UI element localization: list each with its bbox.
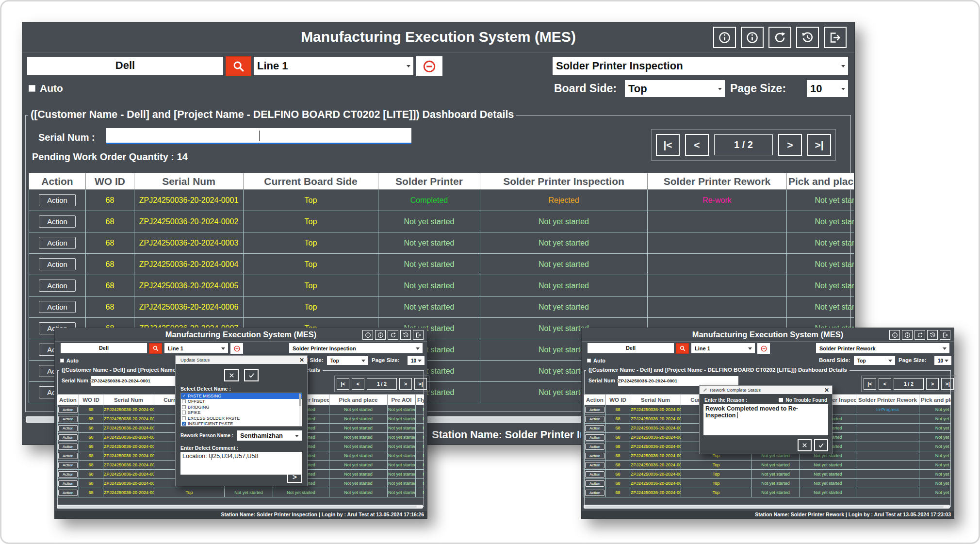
station-select[interactable]: Solder Printer Rework <box>816 343 949 353</box>
search-button[interactable] <box>149 343 162 354</box>
logout-icon[interactable] <box>413 330 424 340</box>
row-action-button[interactable]: Action <box>39 258 76 270</box>
defect-option[interactable]: OFFSET <box>181 399 302 405</box>
checkbox-icon[interactable] <box>182 405 186 409</box>
vertical-scrollbar[interactable] <box>299 394 301 426</box>
cancel-button[interactable] <box>224 369 239 381</box>
first-page-button[interactable]: |< <box>864 378 876 390</box>
row-action-button[interactable]: Action <box>58 425 78 431</box>
row-action-button[interactable]: Action <box>585 416 604 422</box>
row-action-button[interactable]: Action <box>585 425 604 431</box>
row-action-button[interactable]: Action <box>39 280 76 292</box>
scrollbar-thumb[interactable] <box>585 506 944 508</box>
checkbox-icon[interactable] <box>182 399 186 403</box>
first-page-button[interactable]: |< <box>656 134 680 156</box>
reason-textarea[interactable]: Rewok Completed moved to Re-Inspection <box>703 404 828 435</box>
defect-option[interactable]: INSUFFICIENT PASTE <box>181 421 302 427</box>
last-page-button[interactable]: >| <box>941 378 954 390</box>
search-button[interactable] <box>676 343 689 354</box>
line-select[interactable]: Line 1 <box>691 343 755 353</box>
line-select[interactable]: Line 1 <box>254 57 413 75</box>
confirm-button[interactable] <box>814 439 828 451</box>
prev-page-button[interactable]: < <box>352 378 364 390</box>
row-action-button[interactable]: Action <box>585 434 604 441</box>
next-page-button[interactable]: > <box>399 378 412 390</box>
refresh-icon[interactable] <box>768 27 791 48</box>
info-icon[interactable] <box>713 27 736 48</box>
auto-checkbox[interactable] <box>29 85 35 92</box>
row-action-button[interactable]: Action <box>585 453 604 459</box>
remove-button[interactable] <box>757 343 770 354</box>
info-icon[interactable] <box>741 27 764 48</box>
next-page-button[interactable]: > <box>778 134 802 156</box>
refresh-icon[interactable] <box>915 330 925 340</box>
logout-icon[interactable] <box>940 330 950 340</box>
row-action-button[interactable]: Action <box>58 462 78 468</box>
customer-input[interactable]: Dell <box>61 343 147 353</box>
row-action-button[interactable]: Action <box>39 237 76 249</box>
serial-num-input[interactable]: ZPJ24250036-20-2024-0001 <box>618 376 738 386</box>
info-icon[interactable] <box>889 330 900 340</box>
row-action-button[interactable]: Action <box>585 480 604 487</box>
defect-option[interactable]: PASTE MISSING <box>181 393 302 399</box>
close-icon[interactable]: ✕ <box>299 357 304 363</box>
prev-page-button[interactable]: < <box>879 378 891 390</box>
defect-option[interactable]: BRIDGING <box>181 404 302 410</box>
row-action-button[interactable]: Action <box>58 444 78 450</box>
remove-button[interactable] <box>416 56 442 76</box>
defect-comment-textarea[interactable]: Location: U25,U34,U57,U58 <box>180 452 302 475</box>
row-action-button[interactable]: Action <box>585 471 604 478</box>
row-action-button[interactable]: Action <box>58 453 78 459</box>
customer-input[interactable]: Dell <box>27 57 223 75</box>
history-icon[interactable] <box>400 330 411 340</box>
history-icon[interactable] <box>796 27 819 48</box>
row-action-button[interactable]: Action <box>585 444 604 450</box>
history-icon[interactable] <box>927 330 938 340</box>
info-icon[interactable] <box>375 330 386 340</box>
board-side-select[interactable]: Top <box>854 356 895 365</box>
checkbox-icon[interactable] <box>182 394 186 398</box>
row-action-button[interactable]: Action <box>58 490 78 496</box>
no-trouble-checkbox[interactable] <box>779 398 783 402</box>
auto-checkbox[interactable] <box>587 359 591 363</box>
remove-button[interactable] <box>230 343 243 354</box>
refresh-icon[interactable] <box>388 330 398 340</box>
defect-option[interactable]: EXCESS SOLDER PASTE <box>181 415 302 421</box>
last-page-button[interactable]: >| <box>807 134 831 156</box>
board-side-select[interactable]: Top <box>327 356 368 365</box>
search-button[interactable] <box>226 56 251 76</box>
cancel-button[interactable] <box>798 439 812 451</box>
confirm-button[interactable] <box>244 369 259 381</box>
row-action-button[interactable]: Action <box>39 301 76 313</box>
row-action-button[interactable]: Action <box>585 490 604 496</box>
row-action-button[interactable]: Action <box>39 194 76 206</box>
next-page-button[interactable]: > <box>926 378 939 390</box>
auto-checkbox[interactable] <box>60 359 64 363</box>
checkbox-icon[interactable] <box>182 422 186 426</box>
next-button[interactable]: > <box>287 471 302 483</box>
close-icon[interactable]: ✕ <box>824 387 829 394</box>
row-action-button[interactable]: Action <box>58 480 78 487</box>
row-action-button[interactable]: Action <box>585 462 604 468</box>
checkbox-icon[interactable] <box>182 411 186 414</box>
row-action-button[interactable]: Action <box>58 407 78 413</box>
board-side-select[interactable]: Top <box>625 80 725 97</box>
page-size-select[interactable]: 10 <box>934 356 951 365</box>
info-icon[interactable] <box>902 330 913 340</box>
first-page-button[interactable]: |< <box>337 378 349 390</box>
row-action-button[interactable]: Action <box>585 407 604 413</box>
customer-input[interactable]: Dell <box>588 343 674 353</box>
rework-person-select[interactable]: Senthamizhan <box>237 430 302 441</box>
page-size-select[interactable]: 10 <box>807 80 848 97</box>
scrollbar-thumb[interactable] <box>299 394 301 406</box>
horizontal-scrollbar[interactable] <box>584 505 950 509</box>
prev-page-button[interactable]: < <box>685 134 709 156</box>
logout-icon[interactable] <box>824 27 847 48</box>
row-action-button[interactable]: Action <box>39 215 76 228</box>
info-icon[interactable] <box>362 330 373 340</box>
station-select[interactable]: Solder Printer Inspection <box>289 343 423 353</box>
line-select[interactable]: Line 1 <box>164 343 228 353</box>
row-action-button[interactable]: Action <box>58 434 78 441</box>
defect-option[interactable]: SPIKE <box>181 410 302 416</box>
horizontal-scrollbar[interactable] <box>57 505 423 509</box>
